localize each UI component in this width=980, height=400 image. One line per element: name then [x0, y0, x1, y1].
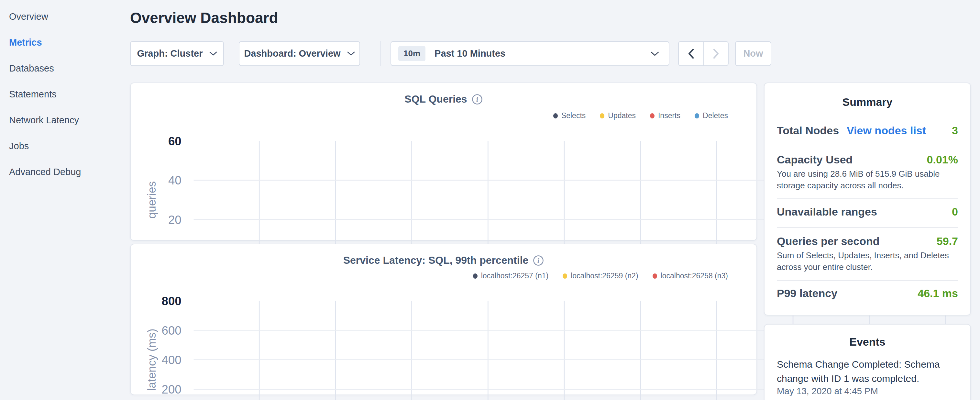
summary-divider: [777, 198, 958, 199]
summary-row-unavailable-ranges: Unavailable ranges 0: [777, 206, 958, 218]
svg-text:20: 20: [168, 213, 181, 226]
time-range-label: Past 10 Minutes: [434, 48, 505, 59]
summary-divider: [777, 280, 958, 281]
sidebar: Overview Metrics Databases Statements Ne…: [9, 9, 119, 190]
graph-scope-label: Graph: Cluster: [137, 48, 202, 59]
summary-row-capacity: Capacity Used 0.01%: [777, 153, 958, 166]
dashboard-label: Dashboard: Overview: [244, 48, 340, 59]
svg-text:400: 400: [162, 354, 181, 367]
chevron-down-icon: [651, 51, 659, 56]
now-label: Now: [743, 48, 763, 59]
event-item[interactable]: Schema Change Completed: Schema change w…: [777, 357, 945, 386]
svg-text:600: 600: [162, 324, 181, 337]
summary-row-qps: Queries per second 59.7: [777, 235, 958, 247]
view-nodes-list-link[interactable]: View nodes list: [847, 124, 926, 137]
svg-text:40: 40: [168, 174, 181, 187]
chevron-down-icon: [347, 51, 355, 56]
unavailable-ranges-value: 0: [952, 206, 958, 218]
event-timestamp: May 13, 2020 at 4:45 PM: [777, 386, 878, 397]
queries-per-second-desc: Sum of Selects, Updates, Inserts, and De…: [777, 250, 961, 273]
sidebar-item-jobs[interactable]: Jobs: [9, 139, 119, 153]
chevron-right-icon: [713, 48, 719, 59]
dashboard-dropdown[interactable]: Dashboard: Overview: [239, 41, 360, 66]
total-nodes-value: 3: [952, 124, 958, 137]
toolbar-divider: [380, 41, 381, 66]
prev-time-button[interactable]: [679, 42, 703, 65]
total-nodes-label: Total Nodes: [777, 124, 839, 137]
summary-title: Summary: [764, 96, 971, 108]
events-title: Events: [764, 336, 971, 348]
time-range-selector[interactable]: 10m Past 10 Minutes: [390, 41, 670, 66]
svg-text:latency (ms): latency (ms): [145, 329, 158, 391]
svg-text:800: 800: [162, 295, 181, 308]
graph-scope-dropdown[interactable]: Graph: Cluster: [130, 41, 224, 66]
queries-per-second-label: Queries per second: [777, 235, 880, 247]
time-step-buttons: [678, 41, 729, 66]
sidebar-item-advanced-debug[interactable]: Advanced Debug: [9, 164, 119, 179]
p99-latency-label: P99 latency: [777, 287, 837, 300]
sidebar-item-databases[interactable]: Databases: [9, 61, 119, 76]
unavailable-ranges-label: Unavailable ranges: [777, 206, 877, 218]
time-shortcut-badge: 10m: [398, 46, 425, 61]
summary-row-p99-latency: P99 latency 46.1 ms: [777, 287, 958, 300]
sidebar-item-statements[interactable]: Statements: [9, 87, 119, 102]
summary-divider: [777, 227, 958, 228]
summary-row-total-nodes: Total NodesView nodes list 3: [777, 124, 958, 137]
page-title: Overview Dashboard: [130, 9, 278, 27]
sidebar-item-metrics[interactable]: Metrics: [9, 35, 119, 50]
chevron-left-icon: [687, 48, 695, 59]
next-time-button[interactable]: [703, 42, 728, 65]
chevron-down-icon: [209, 51, 217, 56]
queries-per-second-value: 59.7: [937, 235, 958, 247]
sidebar-item-network-latency[interactable]: Network Latency: [9, 113, 119, 127]
now-button[interactable]: Now: [735, 41, 771, 66]
summary-divider: [777, 145, 958, 145]
svg-text:queries: queries: [145, 181, 158, 219]
svg-text:200: 200: [162, 383, 181, 396]
p99-latency-value: 46.1 ms: [918, 287, 958, 300]
sidebar-item-overview[interactable]: Overview: [9, 9, 119, 24]
svg-text:60: 60: [168, 135, 181, 148]
capacity-used-label: Capacity Used: [777, 153, 853, 166]
capacity-used-desc: You are using 28.6 MiB of 515.9 GiB usab…: [777, 168, 961, 191]
capacity-used-value: 0.01%: [927, 153, 958, 166]
